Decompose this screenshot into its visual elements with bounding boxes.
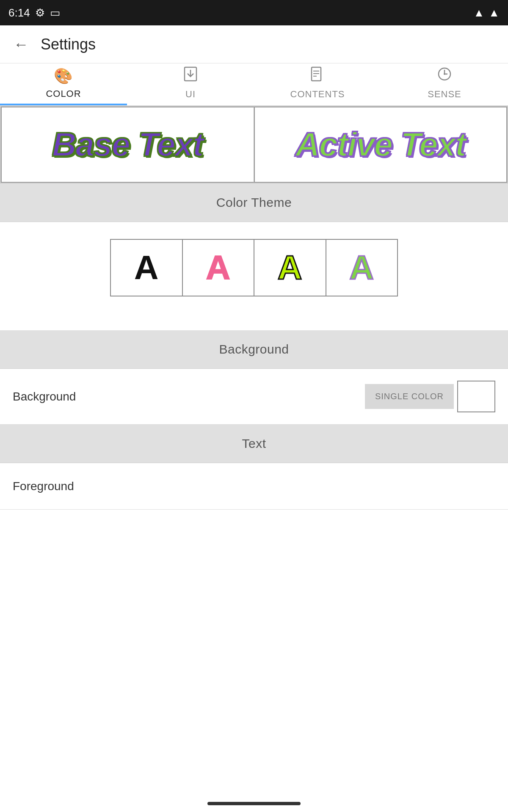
color-option-pink[interactable]: A [183, 240, 255, 296]
page-title: Settings [41, 36, 96, 53]
color-option-neon-letter: A [278, 248, 302, 287]
tab-ui[interactable]: UI [127, 63, 254, 105]
active-text-card[interactable]: Active Text [254, 107, 508, 183]
battery-icon: ▭ [50, 6, 61, 19]
active-text-preview: Active Text [295, 125, 466, 164]
color-theme-section: A A A A [0, 222, 508, 313]
preview-section: Base Text Active Text [0, 106, 508, 184]
color-option-purple-green[interactable]: A [326, 240, 398, 296]
status-time: 6:14 [8, 6, 30, 19]
ui-tab-icon [183, 66, 198, 85]
signal-icon: ▲ [489, 6, 500, 19]
gap-1 [0, 313, 508, 330]
color-option-black[interactable]: A [111, 240, 183, 296]
color-swatch-white[interactable] [457, 381, 495, 412]
color-option-pink-letter: A [206, 248, 230, 287]
tab-sense-label: SENSE [428, 89, 461, 100]
back-button[interactable]: ← [10, 32, 32, 57]
background-section: Background SINGLE COLOR [0, 369, 508, 425]
foreground-row: Foreground [0, 463, 508, 510]
tab-color[interactable]: 🎨 COLOR [0, 63, 127, 105]
background-row: Background SINGLE COLOR [0, 369, 508, 425]
color-tab-icon: 🎨 [54, 67, 73, 85]
top-bar: ← Settings [0, 25, 508, 63]
color-option-black-letter: A [134, 248, 159, 287]
text-section-header: Text [0, 425, 508, 463]
background-row-label: Background [13, 390, 76, 403]
color-option-neon[interactable]: A [254, 240, 326, 296]
base-text-card[interactable]: Base Text [1, 107, 254, 183]
svg-point-10 [444, 73, 445, 75]
tab-sense[interactable]: SENSE [381, 63, 508, 105]
foreground-label: Foreground [13, 480, 74, 493]
single-color-button[interactable]: SINGLE COLOR [365, 384, 454, 409]
text-section: Foreground [0, 463, 508, 510]
tab-bar: 🎨 COLOR UI CONTENTS [0, 63, 508, 106]
base-text-preview: Base Text [52, 125, 203, 164]
color-theme-header: Color Theme [0, 184, 508, 222]
home-indicator [207, 802, 301, 805]
background-controls: SINGLE COLOR [365, 381, 495, 412]
color-option-purple-green-letter: A [349, 248, 374, 287]
tab-ui-label: UI [185, 89, 196, 100]
status-left: 6:14 ⚙ ▭ [8, 6, 61, 19]
color-options-group: A A A A [110, 239, 398, 296]
settings-icon: ⚙ [35, 6, 45, 19]
sense-tab-icon [437, 66, 452, 85]
wifi-icon: ▲ [474, 6, 485, 19]
tab-contents[interactable]: CONTENTS [254, 63, 381, 105]
status-right: ▲ ▲ [474, 6, 500, 19]
contents-tab-icon [310, 66, 325, 85]
tab-color-label: COLOR [46, 88, 81, 99]
tab-contents-label: CONTENTS [290, 89, 345, 100]
status-bar: 6:14 ⚙ ▭ ▲ ▲ [0, 0, 508, 25]
background-header: Background [0, 330, 508, 368]
